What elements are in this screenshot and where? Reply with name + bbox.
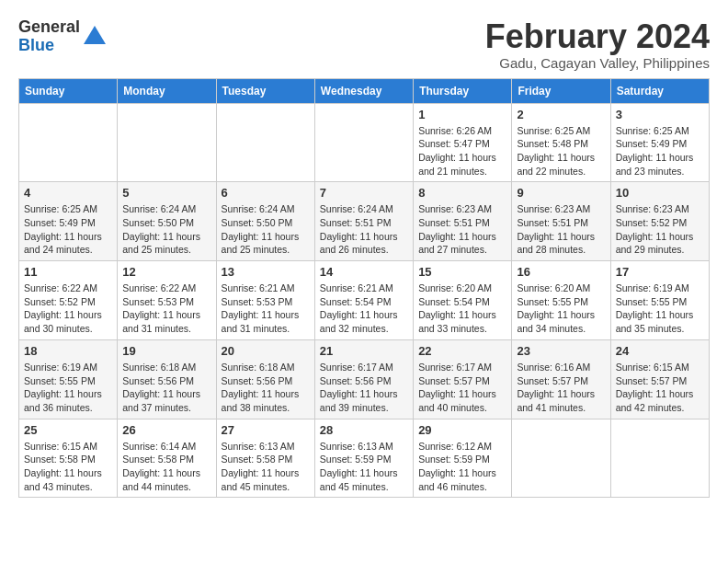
day-number: 15 (418, 265, 506, 279)
calendar-cell: 15Sunrise: 6:20 AM Sunset: 5:54 PM Dayli… (414, 261, 512, 340)
header-thursday: Thursday (414, 78, 512, 103)
calendar-cell: 3Sunrise: 6:25 AM Sunset: 5:49 PM Daylig… (610, 103, 709, 182)
day-info: Sunrise: 6:22 AM Sunset: 5:53 PM Dayligh… (122, 282, 210, 336)
day-number: 7 (320, 186, 408, 200)
day-info: Sunrise: 6:25 AM Sunset: 5:48 PM Dayligh… (517, 124, 605, 178)
header-sunday: Sunday (19, 78, 118, 103)
calendar-week-row: 18Sunrise: 6:19 AM Sunset: 5:55 PM Dayli… (19, 339, 710, 419)
month-year-title: February 2024 (485, 18, 710, 55)
calendar-cell: 4Sunrise: 6:25 AM Sunset: 5:49 PM Daylig… (19, 182, 118, 261)
day-info: Sunrise: 6:12 AM Sunset: 5:59 PM Dayligh… (418, 440, 506, 494)
calendar-cell: 2Sunrise: 6:25 AM Sunset: 5:48 PM Daylig… (512, 103, 610, 182)
day-info: Sunrise: 6:21 AM Sunset: 5:53 PM Dayligh… (222, 282, 310, 336)
header-saturday: Saturday (610, 78, 709, 103)
day-info: Sunrise: 6:24 AM Sunset: 5:51 PM Dayligh… (320, 202, 408, 257)
day-info: Sunrise: 6:19 AM Sunset: 5:55 PM Dayligh… (616, 282, 704, 336)
day-number: 2 (517, 108, 605, 121)
day-info: Sunrise: 6:22 AM Sunset: 5:52 PM Dayligh… (24, 282, 112, 336)
calendar-cell: 16Sunrise: 6:20 AM Sunset: 5:55 PM Dayli… (512, 261, 610, 340)
calendar-cell: 29Sunrise: 6:12 AM Sunset: 5:59 PM Dayli… (414, 419, 512, 498)
calendar-cell: 21Sunrise: 6:17 AM Sunset: 5:56 PM Dayli… (314, 339, 413, 419)
day-info: Sunrise: 6:20 AM Sunset: 5:55 PM Dayligh… (517, 282, 605, 336)
day-number: 3 (616, 108, 704, 121)
calendar-week-row: 4Sunrise: 6:25 AM Sunset: 5:49 PM Daylig… (19, 182, 710, 261)
day-info: Sunrise: 6:25 AM Sunset: 5:49 PM Dayligh… (616, 124, 704, 178)
day-info: Sunrise: 6:16 AM Sunset: 5:57 PM Dayligh… (517, 361, 605, 415)
day-number: 12 (122, 265, 210, 279)
calendar-cell (19, 103, 118, 182)
day-number: 17 (616, 265, 704, 279)
day-info: Sunrise: 6:13 AM Sunset: 5:59 PM Dayligh… (320, 440, 408, 494)
day-number: 23 (517, 344, 605, 358)
location-subtitle: Gadu, Cagayan Valley, Philippines (485, 55, 710, 71)
calendar-cell: 13Sunrise: 6:21 AM Sunset: 5:53 PM Dayli… (216, 261, 314, 340)
calendar-week-row: 1Sunrise: 6:26 AM Sunset: 5:47 PM Daylig… (19, 103, 710, 182)
day-number: 13 (222, 265, 310, 279)
top-section: General Blue February 2024 Gadu, Cagayan… (18, 18, 710, 71)
calendar-cell: 1Sunrise: 6:26 AM Sunset: 5:47 PM Daylig… (414, 103, 512, 182)
calendar-week-row: 25Sunrise: 6:15 AM Sunset: 5:58 PM Dayli… (19, 419, 710, 498)
calendar-cell (118, 103, 216, 182)
day-number: 25 (24, 423, 112, 437)
calendar-cell: 14Sunrise: 6:21 AM Sunset: 5:54 PM Dayli… (314, 261, 413, 340)
calendar-cell: 9Sunrise: 6:23 AM Sunset: 5:51 PM Daylig… (512, 182, 610, 261)
day-info: Sunrise: 6:23 AM Sunset: 5:52 PM Dayligh… (616, 202, 704, 257)
calendar-cell: 8Sunrise: 6:23 AM Sunset: 5:51 PM Daylig… (414, 182, 512, 261)
logo-blue: Blue (18, 37, 80, 55)
day-info: Sunrise: 6:13 AM Sunset: 5:58 PM Dayligh… (222, 440, 310, 494)
calendar-cell: 26Sunrise: 6:14 AM Sunset: 5:58 PM Dayli… (118, 419, 216, 498)
day-number: 18 (24, 344, 112, 358)
day-number: 5 (122, 186, 210, 200)
day-number: 6 (222, 186, 310, 200)
calendar-cell (610, 419, 709, 498)
calendar-cell: 10Sunrise: 6:23 AM Sunset: 5:52 PM Dayli… (610, 182, 709, 261)
day-info: Sunrise: 6:23 AM Sunset: 5:51 PM Dayligh… (517, 202, 605, 257)
calendar-cell: 27Sunrise: 6:13 AM Sunset: 5:58 PM Dayli… (216, 419, 314, 498)
header-tuesday: Tuesday (216, 78, 314, 103)
day-number: 9 (517, 186, 605, 200)
logo-icon (82, 24, 108, 50)
day-info: Sunrise: 6:24 AM Sunset: 5:50 PM Dayligh… (222, 202, 310, 257)
calendar-cell: 20Sunrise: 6:18 AM Sunset: 5:56 PM Dayli… (216, 339, 314, 419)
day-info: Sunrise: 6:17 AM Sunset: 5:57 PM Dayligh… (418, 361, 506, 415)
day-info: Sunrise: 6:23 AM Sunset: 5:51 PM Dayligh… (418, 202, 506, 257)
calendar-cell (216, 103, 314, 182)
day-number: 21 (320, 344, 408, 358)
day-number: 27 (222, 423, 310, 437)
calendar-cell: 24Sunrise: 6:15 AM Sunset: 5:57 PM Dayli… (610, 339, 709, 419)
day-info: Sunrise: 6:18 AM Sunset: 5:56 PM Dayligh… (122, 361, 210, 415)
calendar-table: SundayMondayTuesdayWednesdayThursdayFrid… (18, 78, 710, 499)
calendar-cell: 18Sunrise: 6:19 AM Sunset: 5:55 PM Dayli… (19, 339, 118, 419)
day-number: 8 (418, 186, 506, 200)
calendar-cell: 5Sunrise: 6:24 AM Sunset: 5:50 PM Daylig… (118, 182, 216, 261)
day-info: Sunrise: 6:26 AM Sunset: 5:47 PM Dayligh… (418, 124, 506, 178)
logo: General Blue (18, 18, 108, 55)
calendar-cell: 11Sunrise: 6:22 AM Sunset: 5:52 PM Dayli… (19, 261, 118, 340)
calendar-cell (314, 103, 413, 182)
title-section: February 2024 Gadu, Cagayan Valley, Phil… (485, 18, 710, 71)
calendar-cell: 28Sunrise: 6:13 AM Sunset: 5:59 PM Dayli… (314, 419, 413, 498)
day-number: 14 (320, 265, 408, 279)
day-number: 11 (24, 265, 112, 279)
day-number: 22 (418, 344, 506, 358)
header-friday: Friday (512, 78, 610, 103)
day-info: Sunrise: 6:19 AM Sunset: 5:55 PM Dayligh… (24, 361, 112, 415)
calendar-week-row: 11Sunrise: 6:22 AM Sunset: 5:52 PM Dayli… (19, 261, 710, 340)
day-info: Sunrise: 6:14 AM Sunset: 5:58 PM Dayligh… (122, 440, 210, 494)
logo-general: General (18, 18, 80, 37)
day-number: 16 (517, 265, 605, 279)
day-info: Sunrise: 6:20 AM Sunset: 5:54 PM Dayligh… (418, 282, 506, 336)
day-number: 26 (122, 423, 210, 437)
day-info: Sunrise: 6:18 AM Sunset: 5:56 PM Dayligh… (222, 361, 310, 415)
calendar-cell: 23Sunrise: 6:16 AM Sunset: 5:57 PM Dayli… (512, 339, 610, 419)
day-number: 20 (222, 344, 310, 358)
day-number: 24 (616, 344, 704, 358)
calendar-cell: 22Sunrise: 6:17 AM Sunset: 5:57 PM Dayli… (414, 339, 512, 419)
calendar-cell: 19Sunrise: 6:18 AM Sunset: 5:56 PM Dayli… (118, 339, 216, 419)
day-number: 1 (418, 108, 506, 121)
day-info: Sunrise: 6:21 AM Sunset: 5:54 PM Dayligh… (320, 282, 408, 336)
day-info: Sunrise: 6:15 AM Sunset: 5:57 PM Dayligh… (616, 361, 704, 415)
header-wednesday: Wednesday (314, 78, 413, 103)
day-number: 28 (320, 423, 408, 437)
calendar-cell (512, 419, 610, 498)
